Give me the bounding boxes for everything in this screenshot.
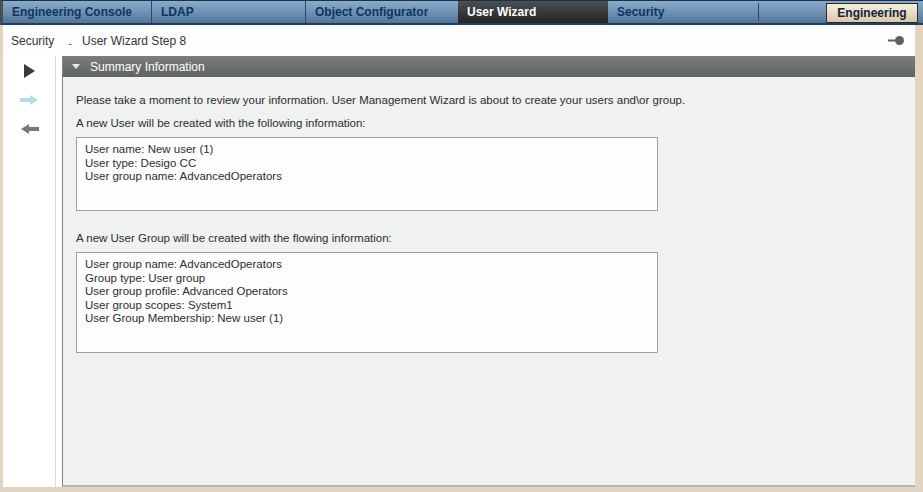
tab-label: Object Configurator: [315, 5, 428, 19]
breadcrumb: Security - User Wizard Step 8: [3, 25, 915, 56]
tab-label: Engineering Console: [12, 5, 132, 19]
back-button[interactable]: [14, 118, 44, 140]
breadcrumb-root[interactable]: Security: [11, 34, 54, 48]
user-summary-line: User name: New user (1): [85, 143, 649, 157]
engineering-mode-button[interactable]: Engineering: [826, 3, 918, 23]
tab-label: LDAP: [161, 5, 194, 19]
summary-section-title: Summary Information: [90, 60, 205, 74]
user-summary-line: User type: Desigo CC: [85, 157, 649, 171]
group-summary-line: User Group Membership: New user (1): [85, 312, 649, 326]
tab-label: User Wizard: [467, 5, 536, 19]
back-arrow-icon: [19, 123, 40, 135]
review-intro-text: Please take a moment to review your info…: [76, 93, 901, 107]
group-section-label: A new User Group will be created with th…: [76, 231, 901, 245]
breadcrumb-separator: -: [68, 37, 72, 49]
wizard-toolbar: [3, 56, 56, 487]
group-summary-line: User group name: AdvancedOperators: [85, 258, 649, 272]
group-summary-line: User group scopes: System1: [85, 299, 649, 313]
group-summary-line: User group profile: Advanced Operators: [85, 285, 649, 299]
tab-engineering-console[interactable]: Engineering Console: [3, 1, 151, 23]
collapse-triangle-icon: [72, 64, 80, 69]
group-summary-box: User group name: AdvancedOperators Group…: [76, 252, 658, 353]
forward-arrow-icon: [19, 94, 40, 106]
summary-panel: Summary Information Please take a moment…: [62, 56, 915, 487]
client-area: Security - User Wizard Step 8: [3, 25, 915, 487]
user-section-label: A new User will be created with the foll…: [76, 116, 901, 130]
tab-object-configurator[interactable]: Object Configurator: [305, 1, 458, 23]
app-window: Engineering Console LDAP Object Configur…: [0, 0, 923, 492]
play-icon: [24, 64, 35, 78]
tab-divider: [758, 3, 759, 21]
forward-button[interactable]: [14, 89, 44, 111]
content-row: Summary Information Please take a moment…: [3, 56, 915, 487]
run-wizard-button[interactable]: [14, 60, 44, 82]
main-tab-bar: Engineering Console LDAP Object Configur…: [0, 0, 923, 25]
user-summary-line: User group name: AdvancedOperators: [85, 170, 649, 184]
group-summary-line: Group type: User group: [85, 272, 649, 286]
tab-label: Security: [617, 5, 664, 19]
tab-ldap[interactable]: LDAP: [151, 1, 305, 23]
pin-icon[interactable]: [888, 35, 905, 46]
breadcrumb-current: User Wizard Step 8: [82, 34, 186, 48]
tab-security[interactable]: Security: [608, 1, 758, 23]
user-summary-box: User name: New user (1) User type: Desig…: [76, 137, 658, 211]
tab-user-wizard[interactable]: User Wizard: [458, 1, 608, 23]
summary-section-header[interactable]: Summary Information: [63, 56, 915, 77]
summary-content: Please take a moment to review your info…: [63, 77, 915, 485]
